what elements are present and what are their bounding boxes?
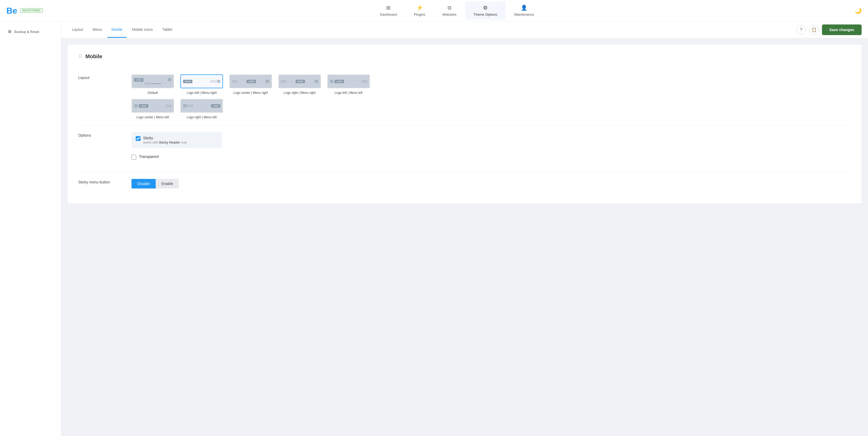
nav-label-dashboard: Dashboard (380, 12, 397, 16)
registered-badge: REGISTERED (20, 8, 43, 13)
content-area: ⠿ Mobile Layout LOGO (61, 38, 868, 210)
transparent-main-label: Transparent (139, 155, 159, 159)
tabs-list: Layout Menu Mobile Mobile icons Tablet (68, 22, 797, 37)
layout-label-logo-center-menu-right: Logo center | Menu right (234, 91, 268, 95)
layout-option-logo-left-menu-left[interactable]: LOGO Logo left | Menu left (327, 74, 370, 95)
layout-label-logo-left-menu-left: Logo left | Menu left (335, 91, 363, 95)
nav-label-maintenance: Maintenance (514, 12, 534, 16)
layout-options-row2: LOGO Logo center | Menu left (131, 99, 851, 119)
layout-preview-logo-right-menu-left: LOGO (180, 99, 223, 113)
tab-tablet[interactable]: Tablet (158, 22, 177, 38)
mini-logo-llmr: LOGO (183, 80, 192, 83)
clipboard-button[interactable]: 📋 (809, 25, 819, 35)
section-title: Mobile (85, 54, 102, 60)
dashboard-icon: ⊞ (386, 4, 391, 11)
nav-item-dashboard[interactable]: ⊞ Dashboard (371, 1, 406, 20)
mini-logo-lrmr: LOGO (296, 80, 305, 83)
sticky-menu-button-content: Disable Enable (131, 179, 851, 189)
mini-hamburger-lrml (183, 104, 187, 107)
layout-preview-logo-center-menu-right: LOGO (229, 74, 272, 88)
mini-hamburger-lcml (134, 104, 138, 107)
layout-option-logo-right-menu-right[interactable]: LOGO Logo right | Menu right (278, 74, 321, 95)
tab-menu[interactable]: Menu (88, 22, 106, 38)
sticky-menu-button-enable[interactable]: Enable (156, 179, 179, 189)
layout-option-default[interactable]: LOGO (131, 74, 174, 95)
options-field-content: Sticky works with Sticky Header only (131, 132, 851, 166)
layout-option-logo-center-menu-left[interactable]: LOGO Logo center | Menu left (131, 99, 174, 119)
tab-mobile-icons[interactable]: Mobile icons (128, 22, 157, 38)
nav-item-plugins[interactable]: ⚡ Plugins (406, 1, 434, 20)
logo-area: Be REGISTERED (6, 6, 60, 15)
layout-preview-logo-left-menu-left: LOGO (327, 74, 370, 88)
help-icon: ? (800, 27, 802, 32)
layout-label-logo-right-menu-left: Logo right | Menu left (187, 115, 217, 119)
section-card: ⠿ Mobile Layout LOGO (68, 45, 862, 203)
sticky-main-label: Sticky (143, 136, 187, 140)
sticky-sub-label: works with Sticky Header only (143, 141, 187, 144)
sidebar-item-backup-reset[interactable]: 🖥 Backup & Reset (4, 27, 57, 37)
field-row-layout: Layout LOGO (78, 68, 851, 126)
theme-options-icon: ⚙ (483, 4, 488, 11)
layout-preview-logo-left-menu-right: LOGO (180, 74, 223, 88)
mini-hamburger-lcmr (266, 80, 269, 83)
mini-line-default (151, 83, 161, 84)
mini-icons-default (145, 83, 150, 85)
top-nav: Be REGISTERED ⊞ Dashboard ⚡ Plugins ⧉ We… (0, 0, 868, 21)
layout-label-logo-left-menu-right: Logo left | Menu right (187, 91, 217, 95)
mini-icons-lrmr (281, 80, 286, 82)
mini-icons-lcml (166, 105, 172, 107)
nav-item-websites[interactable]: ⧉ Websites (434, 2, 465, 20)
layout-label-logo-center-menu-left: Logo center | Menu left (136, 115, 169, 119)
mini-icons-lcmr-left (232, 80, 237, 82)
dark-mode-button[interactable]: 🌙 (855, 7, 862, 14)
sticky-label-group: Sticky works with Sticky Header only (143, 136, 187, 144)
plugins-icon: ⚡ (416, 4, 423, 11)
save-changes-button[interactable]: Save changes (822, 25, 862, 35)
layout-preview-logo-center-menu-left: LOGO (131, 99, 174, 113)
sticky-menu-button-disable[interactable]: Disable (131, 179, 156, 189)
tab-layout[interactable]: Layout (68, 22, 87, 38)
layout-options-row1: LOGO (131, 74, 851, 95)
sticky-menu-button-toggle: Disable Enable (131, 179, 851, 189)
mini-icons-llml (362, 80, 367, 82)
mini-hamburger-llmr (217, 80, 220, 83)
layout-field-label: Layout (78, 74, 131, 80)
layout-option-logo-left-menu-right[interactable]: LOGO (180, 74, 223, 95)
tabs-header: Layout Menu Mobile Mobile icons Tablet ? (61, 21, 868, 38)
mini-hamburger-lrmr (314, 80, 318, 83)
layout-label-default: Default (148, 91, 158, 95)
logo-text: Be (6, 6, 17, 15)
main-content: Layout Menu Mobile Mobile icons Tablet ? (61, 21, 868, 436)
sticky-checkbox[interactable] (136, 136, 141, 141)
mini-logo-lcmr: LOGO (247, 80, 256, 83)
tab-mobile[interactable]: Mobile (107, 22, 127, 38)
sidebar-item-label-backup-reset: Backup & Reset (14, 30, 39, 34)
nav-item-theme-options[interactable]: ⚙ Theme Options (465, 1, 506, 20)
transparent-label-group: Transparent (139, 155, 159, 159)
mini-hamburger-llml (330, 80, 334, 83)
websites-icon: ⧉ (447, 5, 451, 11)
layout-preview-default: LOGO (131, 74, 174, 88)
mini-hamburger-default (168, 78, 172, 81)
mini-logo-lrml: LOGO (211, 104, 220, 108)
clipboard-icon: 📋 (811, 27, 817, 32)
mini-icons-lrml (188, 105, 193, 107)
nav-label-theme-options: Theme Options (474, 12, 497, 16)
layout-preview-logo-right-menu-right: LOGO (278, 74, 321, 88)
nav-label-plugins: Plugins (414, 12, 426, 16)
mini-logo-llml: LOGO (335, 80, 344, 83)
layout-option-logo-right-menu-left[interactable]: LOGO Logo right | Menu left (180, 99, 223, 119)
layout-option-logo-center-menu-right[interactable]: LOGO Logo center | Menu right (229, 74, 272, 95)
nav-item-maintenance[interactable]: 👤 Maintenance (505, 1, 542, 20)
options-field-label: Options (78, 132, 131, 137)
sticky-option: Sticky works with Sticky Header only (131, 132, 222, 148)
layout-label-logo-right-menu-right: Logo right | Menu right (284, 91, 316, 95)
field-row-sticky-menu-button: Sticky menu button Disable Enable (78, 172, 851, 195)
mini-logo-lcml: LOGO (139, 104, 148, 108)
help-button[interactable]: ? (797, 25, 806, 35)
transparent-checkbox[interactable] (131, 155, 136, 160)
backup-reset-icon: 🖥 (7, 29, 12, 34)
transparent-option: Transparent (131, 151, 222, 163)
mini-logo-default: LOGO (134, 78, 144, 81)
section-grid-icon: ⠿ (78, 53, 82, 60)
